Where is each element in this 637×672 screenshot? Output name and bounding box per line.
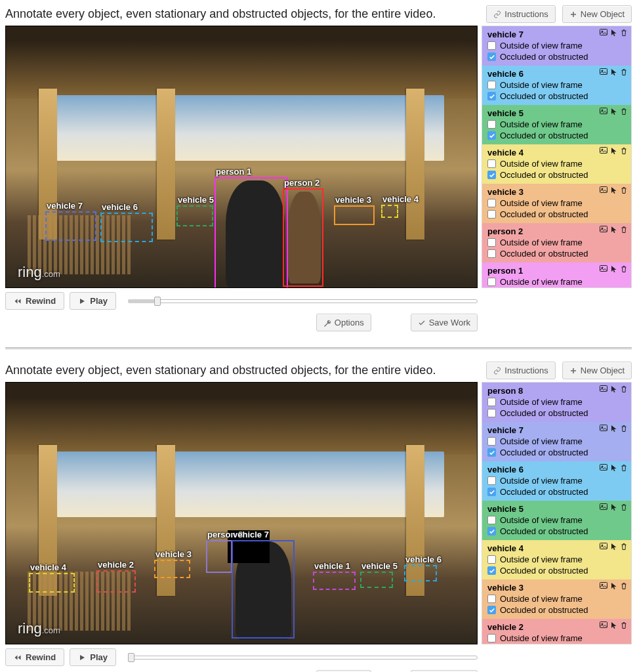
cursor-icon[interactable] (611, 621, 617, 629)
checkbox[interactable] (487, 409, 496, 417)
outview-row[interactable]: Outside of view frame (487, 476, 626, 486)
object-card[interactable]: vehicle 5 Outside of view frame Occluded… (482, 105, 631, 144)
trash-icon[interactable] (621, 503, 627, 511)
rewind-button[interactable]: Rewind (5, 648, 64, 666)
cursor-icon[interactable] (611, 29, 617, 37)
outview-row[interactable]: Outside of view frame (487, 397, 626, 407)
trash-icon[interactable] (621, 464, 627, 472)
picture-icon[interactable] (600, 582, 607, 590)
picture-icon[interactable] (600, 68, 607, 76)
picture-icon[interactable] (600, 108, 607, 116)
video-frame[interactable]: vehicle 7 vehicle 6 vehicle 5 person 1 p… (5, 26, 478, 288)
trash-icon[interactable] (621, 621, 627, 629)
bounding-box[interactable]: vehicle 4 (29, 573, 75, 593)
picture-icon[interactable] (600, 425, 607, 432)
checkbox[interactable] (487, 81, 496, 89)
cursor-icon[interactable] (611, 68, 617, 76)
checkbox[interactable] (487, 249, 496, 258)
checkbox[interactable] (487, 52, 496, 61)
occluded-row[interactable]: Occluded or obstructed (487, 91, 626, 101)
bounding-box[interactable]: vehicle 5 (176, 205, 213, 226)
checkbox[interactable] (487, 476, 496, 485)
checkbox[interactable] (487, 555, 496, 564)
picture-icon[interactable] (600, 226, 607, 234)
checkbox[interactable] (487, 171, 496, 179)
checkbox[interactable] (487, 527, 496, 536)
object-card[interactable]: vehicle 4 Outside of view frame Occluded… (482, 540, 631, 579)
object-card[interactable]: vehicle 6 Outside of view frame Occluded… (482, 66, 631, 105)
trash-icon[interactable] (621, 265, 627, 273)
trash-icon[interactable] (621, 226, 627, 234)
occluded-row[interactable]: Occluded or obstructed (487, 408, 626, 418)
checkbox[interactable] (487, 437, 496, 446)
occluded-row[interactable]: Occluded or obstructed (487, 249, 626, 259)
checkbox[interactable] (487, 516, 496, 524)
bounding-box[interactable]: vehicle 2 (96, 570, 136, 593)
object-card[interactable]: person 2 Outside of view frame Occluded … (482, 223, 631, 262)
bounding-box[interactable]: person 1 (215, 177, 288, 288)
object-list[interactable]: person 8 Outside of view frame Occluded … (482, 382, 632, 644)
trash-icon[interactable] (621, 543, 627, 551)
options-button[interactable]: Options (316, 314, 371, 331)
occluded-row[interactable]: Occluded or obstructed (487, 448, 626, 457)
cursor-icon[interactable] (611, 108, 617, 116)
object-card[interactable]: vehicle 7 Outside of view frame Occluded… (482, 422, 631, 461)
trash-icon[interactable] (621, 108, 627, 116)
trash-icon[interactable] (621, 29, 627, 37)
bounding-box[interactable]: vehicle 5 (360, 572, 393, 588)
bounding-box[interactable]: vehicle 1 (313, 572, 356, 590)
object-card[interactable]: vehicle 5 Outside of view frame Occluded… (482, 501, 631, 540)
object-card[interactable]: vehicle 6 Outside of view frame Occluded… (482, 461, 631, 501)
occluded-row[interactable]: Occluded or obstructed (487, 131, 626, 140)
bounding-box[interactable]: vehicle 6 (404, 565, 437, 581)
picture-icon[interactable] (600, 147, 607, 155)
outview-row[interactable]: Outside of view frame (487, 555, 626, 564)
object-card[interactable]: vehicle 3 Outside of view frame Occluded… (482, 579, 631, 619)
outview-row[interactable]: Outside of view frame (487, 119, 626, 129)
trash-icon[interactable] (621, 582, 627, 590)
trash-icon[interactable] (621, 385, 627, 393)
play-button[interactable]: Play (70, 648, 116, 666)
bounding-box[interactable]: vehicle 4 (381, 205, 398, 218)
outview-row[interactable]: Outside of view frame (487, 515, 626, 525)
checkbox[interactable] (487, 278, 496, 286)
object-card[interactable]: person 8 Outside of view frame Occluded … (482, 383, 631, 422)
cursor-icon[interactable] (611, 147, 617, 155)
checkbox[interactable] (487, 488, 496, 496)
cursor-icon[interactable] (611, 265, 617, 273)
cursor-icon[interactable] (611, 226, 617, 234)
picture-icon[interactable] (600, 464, 607, 472)
object-card[interactable]: vehicle 2 Outside of view frame Occluded… (482, 619, 631, 644)
picture-icon[interactable] (600, 503, 607, 511)
cursor-icon[interactable] (611, 385, 617, 393)
picture-icon[interactable] (600, 29, 607, 37)
occluded-row[interactable]: Occluded or obstructed (487, 209, 626, 219)
trash-icon[interactable] (621, 186, 627, 194)
checkbox[interactable] (487, 238, 496, 247)
occluded-row[interactable]: Occluded or obstructed (487, 526, 626, 536)
bounding-box[interactable]: vehicle 3 (154, 560, 190, 578)
checkbox[interactable] (487, 210, 496, 219)
occluded-row[interactable]: Occluded or obstructed (487, 605, 626, 615)
outview-row[interactable]: Outside of view frame (487, 198, 626, 208)
picture-icon[interactable] (600, 543, 607, 551)
picture-icon[interactable] (600, 385, 607, 393)
checkbox[interactable] (487, 448, 496, 457)
outview-row[interactable]: Outside of view frame (487, 594, 626, 604)
occluded-row[interactable]: Occluded or obstructed (487, 52, 626, 62)
checkbox[interactable] (487, 595, 496, 603)
checkbox[interactable] (487, 159, 496, 168)
outview-row[interactable]: Outside of view frame (487, 80, 626, 90)
picture-icon[interactable] (600, 621, 607, 629)
checkbox[interactable] (487, 606, 496, 614)
cursor-icon[interactable] (611, 425, 617, 432)
trash-icon[interactable] (621, 68, 627, 76)
picture-icon[interactable] (600, 186, 607, 194)
occluded-row[interactable]: Occluded or obstructed (487, 170, 626, 180)
cursor-icon[interactable] (611, 503, 617, 511)
bounding-box[interactable]: vehicle 3 (334, 205, 375, 225)
rewind-button[interactable]: Rewind (5, 292, 64, 310)
object-card[interactable]: person 1 Outside of view frame Occluded … (482, 262, 631, 288)
outview-row[interactable]: Outside of view frame (487, 633, 626, 643)
trash-icon[interactable] (621, 147, 627, 155)
